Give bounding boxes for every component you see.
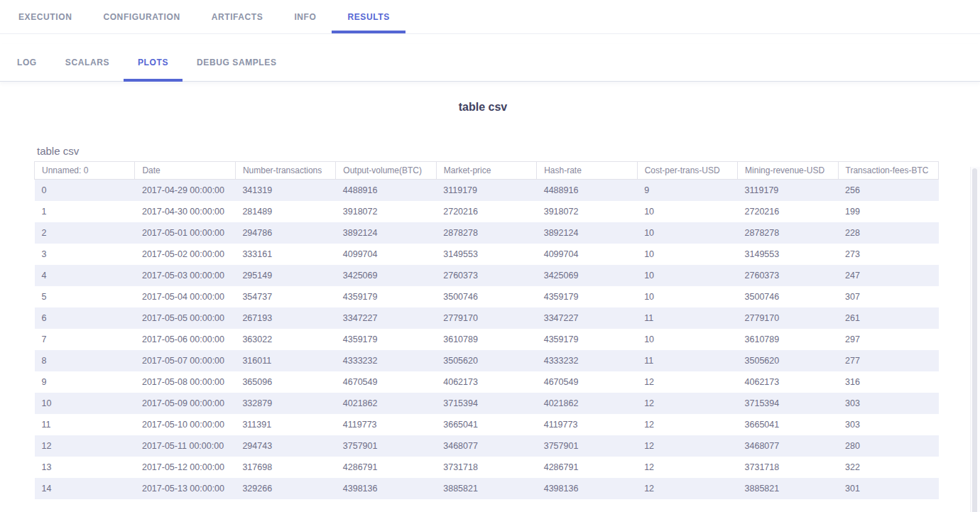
table-cell: 301 [838,478,939,499]
table-cell: 294786 [235,222,335,244]
table-cell: 3892124 [537,222,637,244]
table-cell: 199 [838,201,939,222]
table-row: 62017-05-05 00:00:0026719333472272779170… [35,307,939,329]
table-cell: 0 [35,180,135,202]
table-cell: 295149 [235,265,335,286]
table-cell: 3665041 [436,414,536,435]
table-row: 72017-05-06 00:00:0036302243591793610789… [35,329,939,350]
table-cell: 4359179 [537,286,637,307]
table-cell: 261 [838,307,939,329]
table-cell: 303 [838,414,939,435]
table-cell: 311391 [235,414,335,435]
table-cell: 2878278 [738,222,838,244]
table-cell: 10 [637,265,737,286]
table-row: 142017-05-13 00:00:003292664398136388582… [35,478,939,499]
table-cell: 329266 [235,478,335,499]
table-cell: 5 [35,286,135,307]
table-row: 02017-04-29 00:00:0034131944889163119179… [35,180,939,202]
table-cell: 3347227 [537,307,637,329]
table-cell: 322 [838,457,939,478]
table-cell: 228 [838,222,939,244]
column-header: Mining-revenue-USD [738,162,838,180]
table-row: 52017-05-04 00:00:0035473743591793500746… [35,286,939,307]
table-cell: 8 [35,350,135,371]
table-row: 92017-05-08 00:00:0036509646705494062173… [35,371,939,393]
table-cell: 3149553 [738,244,838,265]
table-cell: 3425069 [537,265,637,286]
table-cell: 3731718 [436,457,536,478]
table-cell: 3 [35,244,135,265]
table-cell: 3610789 [738,329,838,350]
scrollbar-track[interactable] [970,167,980,512]
table-cell: 3757901 [336,435,436,457]
column-header: Unnamed: 0 [35,162,135,180]
table-cell: 2017-04-30 00:00:00 [135,201,235,222]
table-cell: 316 [838,371,939,393]
table-cell: 12 [637,393,737,414]
table-cell: 2017-05-02 00:00:00 [135,244,235,265]
table-cell: 247 [838,265,939,286]
table-cell: 4119773 [336,414,436,435]
table-cell: 11 [637,350,737,371]
table-cell: 3757901 [537,435,637,457]
table-cell: 4 [35,265,135,286]
table-header-row: Unnamed: 0DateNumber-transactionsOutput-… [35,162,939,180]
table-cell: 317698 [235,457,335,478]
table-cell: 294743 [235,435,335,457]
plot-title: table csv [0,101,980,114]
plots-content: table csv table csv Unnamed: 0DateNumber… [0,82,980,511]
table-cell: 14 [35,478,135,499]
table-cell: 1 [35,201,135,222]
table-cell: 2017-05-04 00:00:00 [135,286,235,307]
table-cell: 3505620 [738,350,838,371]
tab-plots[interactable]: PLOTS [124,44,183,81]
scrollbar-thumb[interactable] [972,168,977,512]
table-cell: 4333232 [537,350,637,371]
table-cell: 4286791 [336,457,436,478]
table-cell: 2017-05-05 00:00:00 [135,307,235,329]
table-cell: 4062173 [738,371,838,393]
table-cell: 363022 [235,329,335,350]
tab-log[interactable]: LOG [3,44,51,81]
table-cell: 4021862 [336,393,436,414]
table-cell: 4359179 [336,329,436,350]
table-body: 02017-04-29 00:00:0034131944889163119179… [35,180,939,500]
table-cell: 2779170 [436,307,536,329]
table-cell: 10 [637,244,737,265]
top-nav: EXECUTION CONFIGURATION ARTIFACTS INFO R… [0,0,980,34]
tab-results[interactable]: RESULTS [332,0,405,33]
table-cell: 2779170 [738,307,838,329]
table-cell: 2017-05-08 00:00:00 [135,371,235,393]
table-row: 102017-05-09 00:00:003328794021862371539… [35,393,939,414]
tab-info[interactable]: INFO [278,0,332,33]
table-cell: 9 [35,371,135,393]
table-cell: 3149553 [436,244,536,265]
tab-debug-samples[interactable]: DEBUG SAMPLES [183,44,290,81]
table-cell: 3885821 [738,478,838,499]
tab-scalars[interactable]: SCALARS [51,44,124,81]
table-cell: 12 [35,435,135,457]
table-cell: 2760373 [436,265,536,286]
table-label: table csv [37,145,980,157]
table-cell: 3425069 [336,265,436,286]
table-cell: 2017-05-11 00:00:00 [135,435,235,457]
sub-nav: LOG SCALARS PLOTS DEBUG SAMPLES [0,44,980,82]
table-cell: 4670549 [336,371,436,393]
table-cell: 4398136 [336,478,436,499]
tab-artifacts[interactable]: ARTIFACTS [196,0,279,33]
table-cell: 12 [637,414,737,435]
table-cell: 3715394 [436,393,536,414]
table-cell: 12 [637,371,737,393]
tab-execution[interactable]: EXECUTION [3,0,87,33]
table-cell: 4021862 [537,393,637,414]
table-row: 22017-05-01 00:00:0029478638921242878278… [35,222,939,244]
table-cell: 2017-05-10 00:00:00 [135,414,235,435]
table-cell: 7 [35,329,135,350]
table-cell: 4119773 [537,414,637,435]
table-cell: 333161 [235,244,335,265]
table-cell: 13 [35,457,135,478]
table-cell: 3918072 [537,201,637,222]
tab-configuration[interactable]: CONFIGURATION [87,0,195,33]
table-row: 42017-05-03 00:00:0029514934250692760373… [35,265,939,286]
table-cell: 256 [838,180,939,202]
